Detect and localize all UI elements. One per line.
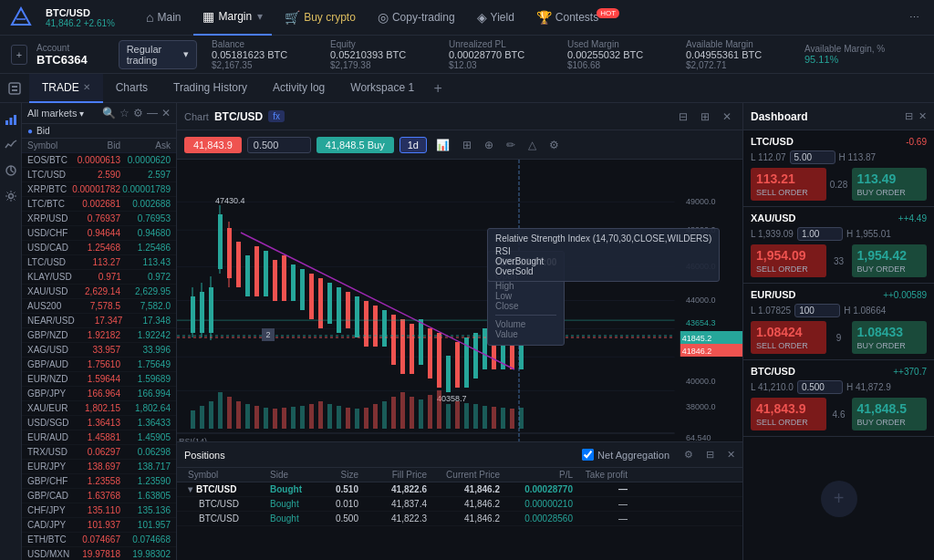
bookmark-icon[interactable]: ☆ (119, 107, 130, 119)
market-row[interactable]: XAU/USD 2,629.14 2,629.95 (22, 285, 176, 299)
market-row[interactable]: LTC/USD 2.590 2.597 (22, 168, 176, 182)
svg-rect-86 (200, 406, 204, 429)
trading-type-selector[interactable]: Regular trading ▾ (119, 40, 197, 69)
nav-item-copy-trading[interactable]: ◎ Copy-trading (368, 0, 464, 36)
market-row[interactable]: USD/CHF 0.94644 0.94680 (22, 226, 176, 241)
instrument-size-input[interactable] (794, 304, 840, 317)
market-row[interactable]: USD/MXN 19.97818 19.98302 (22, 547, 176, 560)
buy-button[interactable]: 41,848.5 Buy (317, 137, 394, 153)
positions-close-icon[interactable]: ✕ (727, 449, 735, 461)
instrument-size-input[interactable] (797, 380, 843, 394)
market-row[interactable]: XRP/USD 0.76937 0.76953 (22, 212, 176, 226)
sidebar-icon-portfolio[interactable] (2, 161, 20, 180)
market-row[interactable]: XAG/USD 33.957 33.996 (22, 343, 176, 358)
market-row[interactable]: ETH/BTC 0.074667 0.074668 (22, 533, 176, 547)
sell-button[interactable]: 41,843.9 (184, 137, 242, 153)
tab-activity-log[interactable]: Activity log (260, 74, 337, 103)
nav-item-contests[interactable]: 🏆 Contests HOT (527, 0, 628, 36)
market-row[interactable]: TRX/USD 0.06297 0.06298 (22, 445, 176, 460)
chart-close-icon[interactable]: ✕ (719, 110, 735, 123)
position-row-child-2[interactable]: BTC/USD Bought 0.500 41,822.3 41,846.2 0… (177, 512, 742, 526)
market-row[interactable]: XAU/EUR 1,802.15 1,802.64 (22, 401, 176, 416)
instrument-sell-block[interactable]: 1.08424 SELL ORDER (751, 321, 826, 354)
instrument-buy-block[interactable]: 113.49 BUY ORDER (852, 168, 928, 201)
order-size-input[interactable] (247, 137, 311, 153)
positions-tab-label[interactable]: Positions (184, 450, 225, 461)
market-row[interactable]: EOS/BTC 0.0000613 0.0000620 (22, 153, 176, 168)
market-row[interactable]: XRP/BTC 0.00001782 0.00001789 (22, 182, 176, 197)
add-instrument-button[interactable]: + (821, 481, 857, 517)
indicators-icon[interactable]: 📊 (432, 139, 453, 151)
nav-more-button[interactable]: ⋯ (902, 12, 927, 24)
positions-minimize-icon[interactable]: ⊟ (706, 449, 714, 461)
position-row-child-1[interactable]: BTC/USD Bought 0.010 41,837.4 41,846.2 0… (177, 497, 742, 512)
all-markets-button[interactable]: All markets ▾ (27, 108, 84, 119)
instrument-sell-block[interactable]: 1,954.09 SELL ORDER (751, 244, 826, 277)
market-row[interactable]: EUR/JPY 138.697 138.717 (22, 460, 176, 474)
market-row[interactable]: NEAR/USD 17.347 17.348 (22, 314, 176, 328)
svg-text:40000.0: 40000.0 (686, 377, 716, 386)
add-account-button[interactable]: + (11, 45, 27, 65)
market-row[interactable]: GBP/JPY 166.964 166.994 (22, 387, 176, 401)
dashboard-minimize-icon[interactable]: ⊟ (905, 110, 913, 122)
market-row[interactable]: GBP/CAD 1.63768 1.63805 (22, 489, 176, 503)
crosshair-icon[interactable]: ⊕ (481, 139, 497, 151)
search-icon[interactable]: 🔍 (102, 107, 116, 119)
market-row[interactable]: KLAY/USD 0.971 0.972 (22, 270, 176, 285)
nav-item-buy-crypto[interactable]: 🛒 Buy crypto (275, 0, 365, 36)
market-row[interactable]: EUR/NZD 1.59644 1.59689 (22, 372, 176, 387)
positions-settings-icon[interactable]: ⚙ (684, 449, 693, 461)
nav-logo[interactable] (7, 4, 35, 31)
market-row[interactable]: USD/SGD 1.36413 1.36433 (22, 416, 176, 430)
market-row[interactable]: AUS200 7,578.5 7,582.0 (22, 299, 176, 314)
net-aggregation-checkbox[interactable] (582, 449, 594, 461)
position-row-parent[interactable]: ▾ BTC/USD Bought 0.510 41,822.6 41,846.2… (177, 482, 742, 497)
svg-rect-85 (191, 410, 195, 429)
instrument-card-xau-usd: XAU/USD ++4.49 L 1,939.09 H 1,955.01 1,9… (743, 207, 934, 284)
nav-item-main[interactable]: ⌂ Main (137, 0, 190, 36)
add-tab-button[interactable]: + (427, 78, 449, 99)
instrument-sell-block[interactable]: 113.21 SELL ORDER (751, 168, 826, 201)
market-row[interactable]: LTC/BTC 0.002681 0.002688 (22, 197, 176, 212)
svg-rect-107 (391, 397, 396, 429)
sidebar-icon-watchlist[interactable] (2, 136, 20, 154)
market-row[interactable]: EUR/AUD 1.45881 1.45905 (22, 430, 176, 445)
minimize-icon[interactable]: — (147, 107, 158, 119)
timeframe-1d[interactable]: 1d (400, 137, 427, 153)
chart-settings-icon[interactable]: ⚙ (545, 139, 563, 151)
svg-rect-55 (337, 287, 341, 333)
tab-workspace[interactable]: Workspace 1 (337, 74, 427, 103)
market-filter-input[interactable] (36, 126, 109, 136)
nav-item-margin[interactable]: ▦ Margin ▾ (193, 0, 272, 36)
sidebar-icon-chart[interactable] (2, 110, 20, 129)
close-icon[interactable]: ✕ (161, 107, 171, 119)
instrument-sell-block[interactable]: 41,843.9 SELL ORDER (751, 398, 826, 430)
tab-trade[interactable]: TRADE ✕ (29, 74, 103, 103)
draw-icon[interactable]: ✏ (503, 139, 519, 151)
tab-trading-history[interactable]: Trading History (161, 74, 260, 103)
market-row[interactable]: GBP/AUD 1.75610 1.75649 (22, 358, 176, 372)
market-column-headers: Symbol Bid Ask (22, 139, 176, 153)
svg-rect-51 (300, 269, 305, 310)
nav-item-yield[interactable]: ◈ Yield (468, 0, 524, 36)
chart-type-icon[interactable]: ⊞ (459, 139, 475, 151)
tools-icon[interactable]: △ (524, 139, 540, 151)
instrument-buy-block[interactable]: 41,848.5 BUY ORDER (852, 398, 928, 430)
market-row[interactable]: GBP/NZD 1.92182 1.92242 (22, 328, 176, 343)
instrument-buy-block[interactable]: 1.08433 BUY ORDER (852, 321, 928, 354)
instrument-size-input[interactable] (797, 227, 843, 241)
chart-minimize-icon[interactable]: ⊟ (675, 110, 691, 123)
market-row[interactable]: LTC/USD 113.27 113.43 (22, 255, 176, 270)
instrument-size-input[interactable] (790, 150, 835, 164)
market-row[interactable]: CHF/JPY 135.110 135.136 (22, 503, 176, 518)
chart-maximize-icon[interactable]: ⊞ (697, 110, 713, 123)
sidebar-icon-settings[interactable] (2, 187, 20, 205)
svg-rect-87 (209, 401, 213, 429)
settings-icon[interactable]: ⚙ (133, 107, 143, 119)
market-row[interactable]: USD/CAD 1.25468 1.25486 (22, 241, 176, 255)
tab-charts[interactable]: Charts (103, 74, 161, 103)
dashboard-close-icon[interactable]: ✕ (918, 110, 927, 122)
instrument-buy-block[interactable]: 1,954.42 BUY ORDER (852, 244, 928, 277)
market-row[interactable]: CAD/JPY 101.937 101.957 (22, 518, 176, 533)
market-row[interactable]: GBP/CHF 1.23558 1.23590 (22, 474, 176, 489)
